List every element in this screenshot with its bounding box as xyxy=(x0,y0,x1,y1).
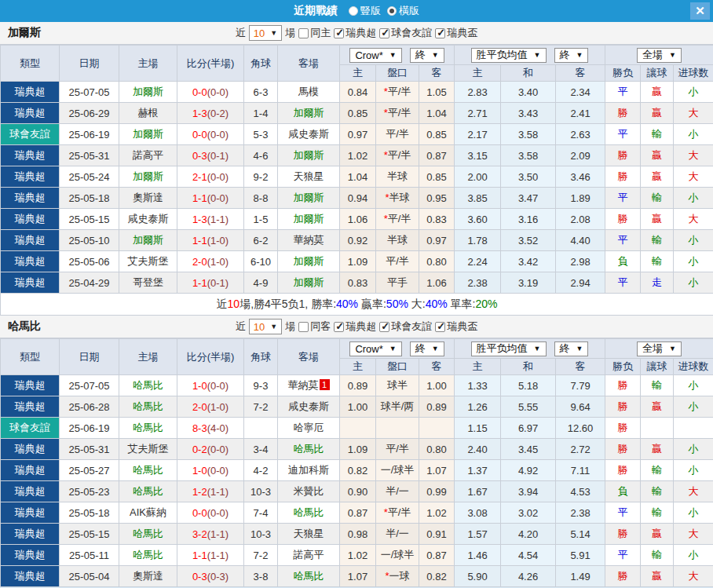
home-team-cell: 加爾斯 xyxy=(119,230,177,251)
same-away-checkbox[interactable]: 同客 xyxy=(298,320,331,334)
avg-draw-cell: 3.58 xyxy=(501,124,556,145)
away-team-cell: 華納莫 xyxy=(278,230,340,251)
date-cell: 25-07-05 xyxy=(60,82,119,103)
league-cell: 瑞典超 xyxy=(1,524,60,545)
league-cell: 瑞典超 xyxy=(1,481,60,502)
date-cell: 25-05-27 xyxy=(60,460,119,481)
matches-count-select[interactable]: 10 ▼ xyxy=(249,25,282,41)
handicap-cell: 球半/两 xyxy=(376,396,419,418)
away-team-cell: 加爾斯 xyxy=(278,145,340,166)
final-select[interactable]: 終▼ xyxy=(410,48,444,63)
corners-cell: 9-2 xyxy=(244,166,278,188)
handicap-cell: 半/一 xyxy=(376,481,419,502)
checkbox-checked-icon xyxy=(435,28,445,38)
league-checkbox-super[interactable]: 瑞典超 xyxy=(334,320,376,334)
matches-count-select[interactable]: 10 ▼ xyxy=(249,319,282,334)
goals-cell: 小 xyxy=(674,396,713,418)
col-odds-home: 主 xyxy=(340,359,376,375)
date-cell: 25-05-15 xyxy=(60,209,119,230)
home-team-cell: 奧斯達 xyxy=(119,188,177,209)
handicap-result-cell xyxy=(641,418,674,439)
result-cell: 平 xyxy=(605,502,641,524)
col-home: 主場 xyxy=(119,339,177,375)
close-button[interactable]: ✕ xyxy=(690,2,710,20)
date-cell: 25-05-24 xyxy=(60,166,119,188)
section-header-garles: 加爾斯 近 10 ▼ 場 同主 瑞典超 球會友誼 瑞典盃 xyxy=(0,22,713,45)
handicap-cell: *一球 xyxy=(376,566,419,587)
date-cell: 25-06-19 xyxy=(60,418,119,439)
odds-home-cell: 1.00 xyxy=(340,396,376,418)
table-row: 瑞典超25-07-05加爾斯0-0(0-0)6-3馬模0.84*平/半1.052… xyxy=(1,82,713,103)
odds-home-cell: 0.90 xyxy=(340,481,376,502)
layout-horizontal-radio[interactable]: 橫版 xyxy=(387,4,419,18)
corners-cell: 4-2 xyxy=(244,460,278,481)
goals-cell: 小 xyxy=(674,82,713,103)
league-checkbox-cup[interactable]: 瑞典盃 xyxy=(435,26,477,40)
corners-cell: 7-2 xyxy=(244,545,278,566)
radio-vertical-label: 豎版 xyxy=(360,4,381,18)
table-row: 瑞典超25-05-24加爾斯2-1(0-0)9-2天狼星1.04半球0.852.… xyxy=(1,166,713,188)
score-cell: 3-2(1-1) xyxy=(177,524,244,545)
league-checkbox-cup[interactable]: 瑞典盃 xyxy=(435,320,477,334)
avg-away-cell: 1.89 xyxy=(556,188,605,209)
handicap-cell: *平/半 xyxy=(376,103,419,124)
corners-cell: 4-6 xyxy=(244,145,278,166)
red-card-badge: 1 xyxy=(320,379,330,390)
same-home-checkbox[interactable]: 同主 xyxy=(298,26,331,40)
handicap-cell: *平/半 xyxy=(376,82,419,103)
avg-select[interactable]: 胜平负均值▼ xyxy=(471,341,547,356)
table-row: 瑞典超25-05-31諾高平0-3(0-1)4-6加爾斯1.02*平/半0.87… xyxy=(1,145,713,166)
layout-vertical-radio[interactable]: 豎版 xyxy=(349,4,381,18)
score-cell: 2-1(0-0) xyxy=(177,166,244,188)
handicap-cell: 平/半 xyxy=(376,439,419,460)
avg-away-cell: 12.60 xyxy=(556,418,605,439)
corners-cell: 1-5 xyxy=(244,209,278,230)
avg-draw-cell: 3.52 xyxy=(501,230,556,251)
table-row: 瑞典超25-05-04奧斯達0-3(0-3)3-8哈馬比1.07*一球0.825… xyxy=(1,566,713,587)
matches-label: 場 xyxy=(285,26,295,40)
result-cell: 勝 xyxy=(605,375,641,396)
league-cell: 球會友誼 xyxy=(1,418,60,439)
result-cell: 平 xyxy=(605,124,641,145)
away-team-cell: 天狼星 xyxy=(278,524,340,545)
avg-away-cell: 5.14 xyxy=(556,524,605,545)
handicap-result-cell: 贏 xyxy=(641,566,674,587)
home-team-cell: 加爾斯 xyxy=(119,124,177,145)
league-checkbox-friendly[interactable]: 球會友誼 xyxy=(379,26,432,40)
odds-away-cell: 0.95 xyxy=(419,188,455,209)
company-select[interactable]: Crow*▼ xyxy=(349,48,401,63)
date-cell: 25-04-29 xyxy=(60,272,119,294)
avg-draw-cell: 3.50 xyxy=(501,166,556,188)
avg-home-cell: 3.15 xyxy=(455,145,501,166)
col-avg-away: 客 xyxy=(556,65,605,82)
scope-select[interactable]: 全場▼ xyxy=(637,48,682,63)
result-cell: 負 xyxy=(605,481,641,502)
odds-group-header: Crow*▼ 終▼ xyxy=(340,339,455,359)
odds-home-cell: 0.89 xyxy=(340,375,376,396)
scope-select[interactable]: 全場▼ xyxy=(637,341,682,356)
away-team-cell: 米贊比 xyxy=(278,481,340,502)
league-checkbox-friendly[interactable]: 球會友誼 xyxy=(379,320,432,334)
avg-select[interactable]: 胜平负均值▼ xyxy=(471,48,547,63)
odds-home-cell: 1.07 xyxy=(340,566,376,587)
away-team-cell: 咸史泰斯 xyxy=(278,396,340,418)
avg-away-cell: 2.08 xyxy=(556,209,605,230)
final-select[interactable]: 終▼ xyxy=(410,341,444,356)
avg-home-cell: 1.67 xyxy=(455,481,501,502)
final-select[interactable]: 終▼ xyxy=(554,48,589,63)
odds-home-cell: 1.09 xyxy=(340,439,376,460)
league-checkbox-super[interactable]: 瑞典超 xyxy=(334,26,376,40)
avg-draw-cell: 4.54 xyxy=(501,545,556,566)
scope-group-header: 全場▼ xyxy=(605,46,713,65)
score-cell: 0-2(0-0) xyxy=(177,439,244,460)
final-select[interactable]: 終▼ xyxy=(554,341,589,356)
company-select[interactable]: Crow*▼ xyxy=(349,341,401,356)
goals-cell: 大 xyxy=(674,103,713,124)
table-row: 瑞典超25-05-18AIK蘇納0-0(0-0)7-4哈馬比0.87*平/半1.… xyxy=(1,502,713,524)
handicap-cell: *平/半 xyxy=(376,209,419,230)
handicap-result-cell: 贏 xyxy=(641,145,674,166)
table-row: 瑞典超25-07-05哈馬比1-0(0-0)9-3華納莫10.89球半1.001… xyxy=(1,375,713,396)
corners-cell: 6-10 xyxy=(244,251,278,272)
table-row: 瑞典超25-05-15哈馬比3-2(1-1)10-3天狼星0.98半/一0.91… xyxy=(1,524,713,545)
league-cell: 瑞典超 xyxy=(1,82,60,103)
